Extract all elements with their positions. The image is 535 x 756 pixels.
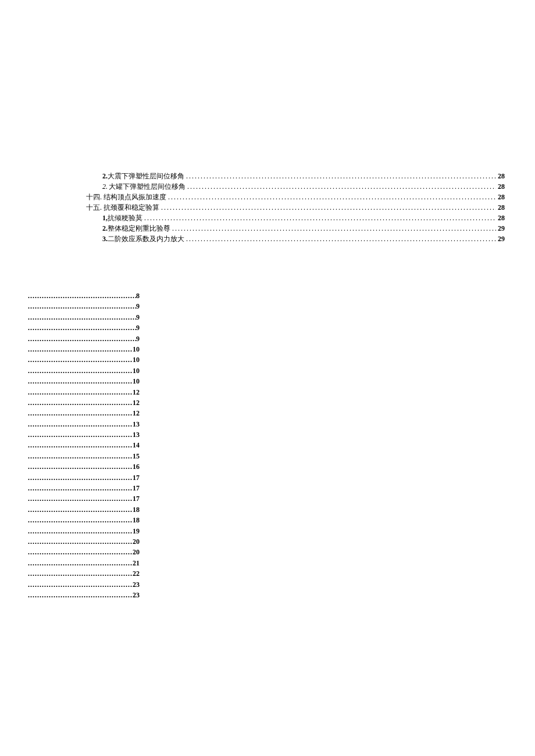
document-page: 2.大震下弹塑性层间位移角282.大罐下弹塑性层间位移角28十四. 结构顶点风振… (0, 0, 535, 756)
toc-page-number: 14 (133, 441, 140, 450)
leader-dots (28, 302, 136, 311)
toc-entry-text: 3.二阶效应系数及内力放大 (102, 234, 184, 244)
toc-stub-row: 16 (28, 463, 140, 473)
leader-dots (144, 213, 496, 223)
toc-stub-row: 9 (28, 313, 140, 324)
toc-entry: 十五. 抗颈覆和稳定验算28 (86, 202, 505, 213)
leader-dots (28, 399, 133, 407)
leader-dots (28, 474, 133, 482)
leader-dots (28, 356, 133, 364)
toc-page-number: 9 (136, 335, 140, 343)
toc-entry-text: 十四. 结构顶点风振加速度 (86, 192, 166, 202)
leader-dots (28, 484, 133, 493)
toc-page-number: 12 (133, 409, 140, 418)
toc-entry-text: 2.大震下弹塑性层间位移角 (102, 171, 184, 181)
leader-dots (28, 431, 133, 439)
toc-page-number: 15 (133, 452, 140, 461)
leader-dots (168, 192, 496, 202)
toc-page-number: 13 (133, 420, 140, 429)
leader-dots (28, 388, 133, 397)
leader-dots (28, 581, 133, 589)
toc-stub-row: 18 (28, 506, 140, 516)
toc-page-number: 20 (133, 548, 140, 557)
toc-stub-row: 9 (28, 302, 140, 313)
leader-dots (187, 181, 496, 192)
toc-stub-row: 20 (28, 548, 140, 558)
leader-dots (186, 234, 496, 244)
toc-page-number: 23 (133, 581, 140, 589)
toc-stub-row: 10 (28, 345, 140, 356)
toc-stub-row: 9 (28, 324, 140, 334)
toc-stub-row: 12 (28, 409, 140, 420)
toc-page-number: 13 (133, 431, 140, 439)
toc-entry-text: 2.整体稳定刚重比验尊 (102, 223, 170, 234)
toc-stub-row: 22 (28, 569, 140, 580)
toc-stub-row: 12 (28, 399, 140, 409)
toc-page-number: 29 (498, 223, 505, 234)
toc-stub-row: 14 (28, 441, 140, 452)
toc-stub-row: 12 (28, 388, 140, 399)
toc-page-number: 12 (133, 399, 140, 407)
leader-dots (28, 324, 136, 332)
leader-dots (28, 548, 133, 557)
leader-dots (28, 292, 136, 300)
toc-stub-row: 10 (28, 377, 140, 388)
toc-stub-row: 17 (28, 474, 140, 484)
toc-entry: 2.大罐下弹塑性层间位移角28 (102, 181, 505, 192)
toc-stub-row: 17 (28, 495, 140, 505)
toc-page-number: 8 (136, 292, 140, 300)
toc-stub-row: 21 (28, 559, 140, 569)
leader-dots (161, 202, 496, 213)
toc-page-number: 10 (133, 356, 140, 364)
toc-entry-text: 十五. 抗颈覆和稳定验算 (86, 202, 159, 213)
toc-entry: 3.二阶效应系数及内力放大29 (102, 234, 505, 244)
leader-dots (28, 313, 136, 322)
toc-stub-row: 23 (28, 591, 140, 601)
toc-page-number: 19 (133, 527, 140, 536)
toc-stub-row: 10 (28, 356, 140, 366)
toc-entry-text: 1,抗倾粳验莫 (102, 213, 142, 223)
toc-page-number: 28 (498, 213, 505, 223)
toc-stub-row: 15 (28, 452, 140, 463)
toc-entry: 十四. 结构顶点风振加速度28 (86, 192, 505, 202)
toc-page-number: 10 (133, 377, 140, 386)
toc-stub-row: 13 (28, 420, 140, 431)
toc-stub-row: 17 (28, 484, 140, 495)
toc-entry: 2.大震下弹塑性层间位移角28 (102, 171, 505, 181)
leader-dots (28, 367, 133, 375)
toc-page-number: 10 (133, 367, 140, 375)
leader-dots (28, 420, 133, 429)
leader-dots (28, 559, 133, 568)
toc-page-number: 22 (133, 569, 140, 578)
toc-page-number: 29 (498, 234, 505, 244)
toc-entry: 2.整体稳定刚重比验尊29 (102, 223, 505, 234)
toc-page-number: 17 (133, 495, 140, 503)
toc-page-number: 9 (136, 324, 140, 332)
toc-page-number: 21 (133, 559, 140, 568)
leader-dots (28, 506, 133, 514)
leader-dots (28, 516, 133, 525)
toc-page-number: 18 (133, 506, 140, 514)
toc-page-number: 28 (498, 181, 505, 192)
leader-dots (28, 591, 133, 600)
toc-page-number: 12 (133, 388, 140, 397)
toc-page-number: 28 (498, 192, 505, 202)
toc-page-number: 10 (133, 345, 140, 354)
toc-page-number: 17 (133, 484, 140, 493)
toc-upper-block: 2.大震下弹塑性层间位移角282.大罐下弹塑性层间位移角28十四. 结构顶点风振… (86, 171, 505, 244)
leader-dots (28, 495, 133, 503)
toc-page-number: 28 (498, 202, 505, 213)
leader-dots (28, 335, 136, 343)
toc-page-number: 28 (498, 171, 505, 181)
leader-dots (28, 441, 133, 450)
leader-dots (28, 527, 133, 536)
toc-stub-row: 20 (28, 538, 140, 548)
toc-stub-row: 23 (28, 581, 140, 591)
toc-lower-block: 8999910101010121212131314151617171718181… (28, 292, 140, 601)
toc-stub-row: 10 (28, 367, 140, 377)
leader-dots (186, 171, 496, 181)
toc-page-number: 23 (133, 591, 140, 600)
toc-page-number: 17 (133, 474, 140, 482)
leader-dots (28, 345, 133, 354)
leader-dots (28, 452, 133, 461)
